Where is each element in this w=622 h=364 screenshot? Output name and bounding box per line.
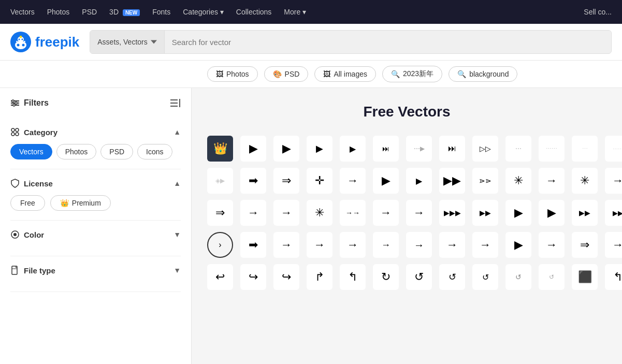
nav-item-collections[interactable]: Collections (236, 8, 271, 16)
license-premium-button[interactable]: 👑 Premium (50, 195, 111, 211)
vector-item[interactable]: → (605, 232, 622, 258)
vector-item[interactable]: ▶ (406, 168, 432, 194)
vector-item[interactable]: ↺ (439, 264, 465, 290)
psd-tab-icon: 🎨 (273, 70, 282, 78)
vector-item[interactable]: ⋗⋗ (472, 168, 498, 194)
vector-item[interactable]: → (373, 232, 399, 258)
nav-item-photos[interactable]: Photos (47, 8, 70, 16)
filter-tab-2023[interactable]: 🔍 2023新年 (382, 66, 442, 82)
svg-point-25 (13, 233, 17, 236)
filter-tab-psd[interactable]: 🎨 PSD (264, 66, 309, 82)
vector-item[interactable]: → (240, 200, 266, 226)
vector-item[interactable]: ↩ (207, 264, 233, 290)
vector-item[interactable]: → (373, 200, 399, 226)
category-photos-button[interactable]: Photos (56, 144, 97, 159)
vector-item[interactable]: ▶▶ (472, 200, 498, 226)
vector-item[interactable]: ⋯ (572, 136, 598, 162)
vector-item[interactable]: →→ (340, 200, 366, 226)
vector-item-premium[interactable]: 👑 (207, 136, 233, 162)
vector-item[interactable]: ✳ (307, 200, 332, 226)
vector-item[interactable]: → (539, 232, 565, 258)
vector-item[interactable]: ↺ (539, 264, 565, 290)
vector-item[interactable]: ➡ (240, 232, 266, 258)
vector-item[interactable]: ▶ (373, 168, 399, 194)
filter-tab-all-images[interactable]: 🖼 All images (314, 66, 376, 82)
vector-item[interactable]: ↰ (340, 264, 366, 290)
nav-item-more[interactable]: More ▾ (284, 8, 306, 16)
vector-item[interactable]: → (340, 232, 366, 258)
category-section-header[interactable]: Category ▲ (10, 127, 181, 137)
vector-item[interactable]: ⋯▶ (406, 136, 432, 162)
filter-tabs-bar: 🖼 Photos 🎨 PSD 🖼 All images 🔍 2023新年 🔍 b… (0, 61, 622, 88)
search-input[interactable] (165, 31, 611, 53)
vector-item[interactable]: ✛ (307, 168, 332, 194)
vector-item[interactable]: ▶ (539, 200, 565, 226)
filter-tab-blackground[interactable]: 🔍 blackground (449, 66, 517, 82)
vector-item[interactable]: ↱ (307, 264, 332, 290)
vector-item[interactable]: ⋯⋯ (539, 136, 565, 162)
vector-item[interactable]: ▶▶ (572, 200, 598, 226)
license-section: License ▲ Free 👑 Premium (10, 169, 181, 221)
nav-item-psd[interactable]: PSD (82, 8, 97, 16)
vector-item[interactable]: ↺ (406, 264, 432, 290)
vector-item[interactable]: ↪ (240, 264, 266, 290)
vector-item[interactable]: ➡ (240, 168, 266, 194)
logo-link[interactable]: freepik (10, 32, 79, 52)
vector-item[interactable]: ✳ (505, 168, 531, 194)
vector-item[interactable]: ⏭ (373, 136, 399, 162)
vector-item[interactable]: → (273, 200, 299, 226)
vector-item[interactable]: ↻ (373, 264, 399, 290)
vector-item[interactable]: ▶ (273, 136, 299, 162)
vector-item[interactable]: → (439, 232, 465, 258)
vector-item[interactable]: → (472, 232, 498, 258)
vector-item[interactable]: ▶▶▶ (439, 200, 465, 226)
search-type-dropdown[interactable]: Assets, Vectors (90, 31, 164, 53)
vector-item[interactable]: → (406, 232, 432, 258)
vector-item[interactable]: ⏭ (439, 136, 465, 162)
vector-item[interactable]: → (307, 232, 332, 258)
vector-item[interactable]: ⬛ (572, 264, 598, 290)
nav-item-categories[interactable]: Categories ▾ (183, 8, 224, 16)
vector-item[interactable]: ↺ (505, 264, 531, 290)
vector-item[interactable]: ◈▶ (207, 168, 233, 194)
filetype-section-header[interactable]: File type ▼ (10, 266, 181, 275)
category-icon (10, 127, 20, 137)
svg-point-3 (22, 44, 25, 47)
vector-item[interactable]: ↰ (605, 264, 622, 290)
vector-item[interactable]: ✳ (572, 168, 598, 194)
category-vectors-button[interactable]: Vectors (10, 144, 52, 159)
nav-item-vectors[interactable]: Vectors (10, 8, 35, 16)
vector-item[interactable]: ▶ (505, 232, 531, 258)
vector-item[interactable]: ↪ (273, 264, 299, 290)
vector-item[interactable]: ▶ (340, 136, 366, 162)
vector-item[interactable]: ⇒ (572, 232, 598, 258)
vector-item[interactable]: → (273, 232, 299, 258)
filter-tab-photos[interactable]: 🖼 Photos (207, 66, 258, 82)
nav-item-fonts[interactable]: Fonts (152, 8, 170, 16)
vector-item[interactable]: ⇒ (207, 200, 233, 226)
vector-item[interactable]: ▶ (240, 136, 266, 162)
category-psd-button[interactable]: PSD (100, 144, 133, 159)
license-section-header[interactable]: License ▲ (10, 179, 181, 188)
vector-item[interactable]: ▷▷ (472, 136, 498, 162)
vector-item[interactable]: ↺ (472, 264, 498, 290)
vector-item[interactable]: › (207, 232, 233, 258)
vector-item[interactable]: ⇒ (273, 168, 299, 194)
vector-item[interactable]: ⋯⋯ (605, 136, 622, 162)
vector-item[interactable]: ▶ (307, 136, 332, 162)
vector-item[interactable]: → (340, 168, 366, 194)
vector-item[interactable]: ▶▶ (605, 200, 622, 226)
vector-item[interactable]: ▶ (505, 200, 531, 226)
vector-item[interactable]: ▶▶ (439, 168, 465, 194)
nav-sell[interactable]: Sell co... (584, 8, 612, 16)
license-free-button[interactable]: Free (10, 195, 45, 211)
sidebar-collapse-button[interactable] (170, 99, 181, 107)
color-section-header[interactable]: Color ▼ (10, 230, 181, 239)
vector-item[interactable]: → (605, 168, 622, 194)
vector-item[interactable]: → (539, 168, 565, 194)
vector-item[interactable]: ⋯ (505, 136, 531, 162)
vector-item[interactable]: → (406, 200, 432, 226)
nav-item-3d[interactable]: 3D NEW (109, 8, 140, 16)
category-icons-button[interactable]: Icons (137, 144, 172, 159)
category-section: Category ▲ Vectors Photos PSD Icons (10, 118, 181, 169)
